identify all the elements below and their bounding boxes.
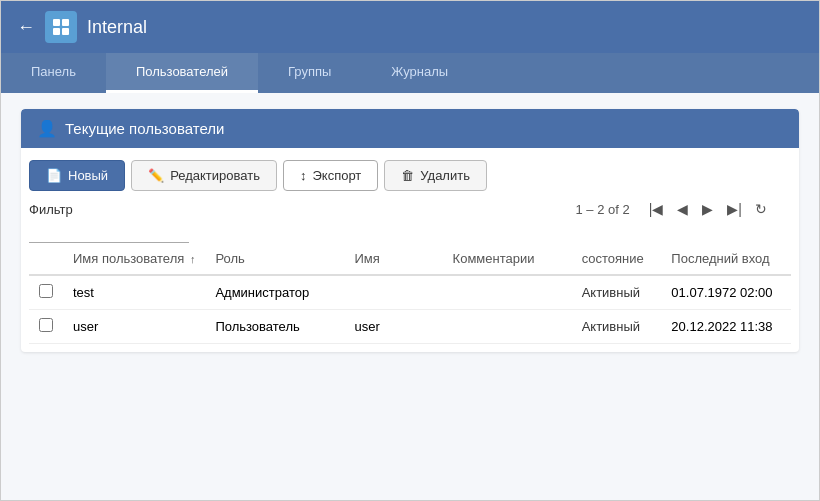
next-page-button[interactable]: ▶: [697, 200, 718, 218]
tab-panel[interactable]: Панель: [1, 53, 106, 93]
row-checkbox-cell: [29, 275, 63, 310]
delete-label: Удалить: [420, 168, 470, 183]
col-header-name: Имя: [344, 243, 442, 275]
tab-logs[interactable]: Журналы: [361, 53, 478, 93]
export-label: Экспорт: [312, 168, 361, 183]
row-checkbox-cell: [29, 310, 63, 344]
row-role: Администратор: [205, 275, 344, 310]
edit-icon: ✏️: [148, 168, 164, 183]
filter-label: Фильтр: [29, 202, 189, 217]
first-page-button[interactable]: |◀: [644, 200, 669, 218]
col-header-role: Роль: [205, 243, 344, 275]
main-window: ← Internal Панель Пользователей Группы Ж…: [0, 0, 820, 501]
sort-arrow-username: ↑: [190, 253, 196, 265]
card-body: 📄 Новый ✏️ Редактировать ↕ Экспорт 🗑 Уда…: [21, 148, 799, 352]
tab-groups[interactable]: Группы: [258, 53, 361, 93]
export-button[interactable]: ↕ Экспорт: [283, 160, 378, 191]
section-title: Текущие пользователи: [65, 120, 224, 137]
row-select-checkbox[interactable]: [39, 318, 53, 332]
filter-input[interactable]: [29, 225, 189, 243]
app-icon: [45, 11, 77, 43]
prev-page-button[interactable]: ◀: [672, 200, 693, 218]
col-header-username[interactable]: Имя пользователя ↑: [63, 243, 205, 275]
svg-rect-0: [53, 19, 60, 26]
users-table: Имя пользователя ↑ Роль Имя Комментарии …: [29, 243, 791, 344]
row-name: user: [344, 310, 442, 344]
col-header-lastlogin: Последний вход: [661, 243, 791, 275]
section-header: 👤 Текущие пользователи: [21, 109, 799, 148]
row-lastlogin: 20.12.2022 11:38: [661, 310, 791, 344]
row-comment: [443, 275, 572, 310]
table-header-row: Имя пользователя ↑ Роль Имя Комментарии …: [29, 243, 791, 275]
row-role: Пользователь: [205, 310, 344, 344]
delete-button[interactable]: 🗑 Удалить: [384, 160, 487, 191]
toolbar: 📄 Новый ✏️ Редактировать ↕ Экспорт 🗑 Уда…: [29, 148, 791, 199]
last-page-button[interactable]: ▶|: [722, 200, 747, 218]
svg-rect-1: [62, 19, 69, 26]
row-select-checkbox[interactable]: [39, 284, 53, 298]
col-header-status: состояние: [572, 243, 662, 275]
pagination: 1 – 2 of 2 |◀ ◀ ▶ ▶| ↻: [576, 199, 772, 219]
edit-label: Редактировать: [170, 168, 260, 183]
table-row: test Администратор Активный 01.07.1972 0…: [29, 275, 791, 310]
content-area: 👤 Текущие пользователи 📄 Новый ✏️ Редакт…: [1, 93, 819, 500]
app-title: Internal: [87, 17, 147, 38]
users-icon: 👤: [37, 119, 57, 138]
row-comment: [443, 310, 572, 344]
svg-rect-3: [62, 28, 69, 35]
delete-icon: 🗑: [401, 168, 414, 183]
pagination-info: 1 – 2 of 2: [576, 202, 630, 217]
header: ← Internal: [1, 1, 819, 53]
row-username: test: [63, 275, 205, 310]
svg-rect-2: [53, 28, 60, 35]
row-name: [344, 275, 442, 310]
col-header-checkbox: [29, 243, 63, 275]
col-header-comment: Комментарии: [443, 243, 572, 275]
users-card: 👤 Текущие пользователи 📄 Новый ✏️ Редакт…: [21, 109, 799, 352]
new-label: Новый: [68, 168, 108, 183]
row-username: user: [63, 310, 205, 344]
refresh-button[interactable]: ↻: [751, 199, 771, 219]
back-button[interactable]: ←: [17, 17, 35, 38]
edit-button[interactable]: ✏️ Редактировать: [131, 160, 277, 191]
tab-users[interactable]: Пользователей: [106, 53, 258, 93]
export-icon: ↕: [300, 168, 307, 183]
new-icon: 📄: [46, 168, 62, 183]
new-button[interactable]: 📄 Новый: [29, 160, 125, 191]
table-row: user Пользователь user Активный 20.12.20…: [29, 310, 791, 344]
row-status: Активный: [572, 310, 662, 344]
nav-tabs: Панель Пользователей Группы Журналы: [1, 53, 819, 93]
row-lastlogin: 01.07.1972 02:00: [661, 275, 791, 310]
filter-row: Фильтр 1 – 2 of 2 |◀ ◀ ▶ ▶| ↻: [29, 199, 791, 219]
row-status: Активный: [572, 275, 662, 310]
